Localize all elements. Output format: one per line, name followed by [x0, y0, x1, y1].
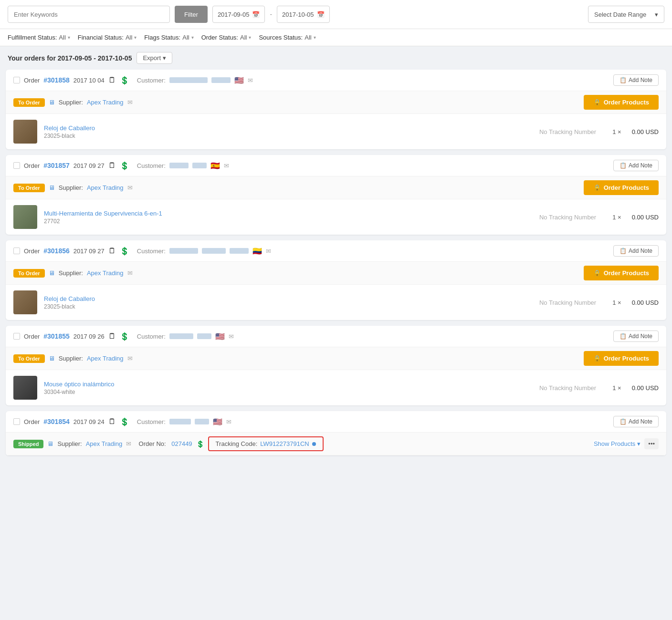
order-checkbox[interactable] — [13, 418, 20, 425]
monitor-icon[interactable]: 🖥 — [49, 99, 55, 106]
supplier-mail-icon: ✉ — [127, 99, 133, 106]
lock-icon: 🔒 — [593, 269, 601, 277]
date-range-label: Select Date Range — [594, 11, 646, 18]
chevron-down-icon: ▾ — [68, 35, 70, 40]
order-products-label: Order Products — [604, 355, 649, 362]
date-range-dropdown[interactable]: Select Date Range ▾ — [588, 6, 664, 23]
product-name[interactable]: Multi-Herramienta de Supervivencia 6-en-… — [44, 210, 533, 217]
financial-label: Financial Status: — [78, 34, 124, 41]
note-icon-small: 📋 — [620, 248, 627, 254]
supplier-label-text: Supplier: — [57, 440, 82, 447]
product-row: Reloj de Caballero 23025-black No Tracki… — [6, 285, 666, 320]
monitor-icon[interactable]: 🖥 — [49, 184, 55, 191]
product-name[interactable]: Reloj de Caballero — [44, 295, 533, 302]
date-start-input[interactable]: 2017-09-05 📅 — [212, 6, 265, 23]
supplier-label-text: Supplier: — [59, 99, 83, 106]
order-card-order-301857: Order #301857 2017 09 27 🗒 💲 Customer: 🇪… — [6, 155, 666, 235]
order-products-button[interactable]: 🔒 Order Products — [584, 95, 659, 110]
tracking-status-dot — [312, 442, 316, 446]
add-note-button[interactable]: 📋 Add Note — [613, 245, 659, 257]
customer-blur — [230, 248, 249, 254]
product-row: Mouse óptico inalámbrico 30304-white No … — [6, 370, 666, 405]
order-number[interactable]: #301855 — [43, 332, 70, 340]
tracking-status: No Tracking Number — [539, 299, 596, 306]
order-date: 2017 09 26 — [74, 333, 105, 340]
financial-filter[interactable]: Financial Status: All ▾ — [78, 34, 137, 41]
customer-blur — [169, 248, 198, 254]
order-header: Order #301854 2017 09 24 🗒 💲 Customer: 🇺… — [6, 411, 666, 433]
add-note-button[interactable]: 📋 Add Note — [613, 416, 659, 427]
monitor-icon[interactable]: 🖥 — [47, 440, 53, 447]
add-note-button[interactable]: 📋 Add Note — [613, 160, 659, 171]
product-info: Reloj de Caballero 23025-black — [44, 124, 533, 139]
to-order-badge[interactable]: To Order — [13, 354, 45, 363]
show-products-button[interactable]: Show Products ▾ — [594, 440, 640, 447]
supplier-name[interactable]: Apex Trading — [87, 99, 124, 106]
supplier-mail-icon: ✉ — [127, 355, 133, 362]
to-order-badge[interactable]: To Order — [13, 269, 45, 278]
order-header: Order #301856 2017 09 27 🗒 💲 Customer: 🇨… — [6, 240, 666, 262]
search-input[interactable] — [8, 6, 170, 23]
add-note-button[interactable]: 📋 Add Note — [613, 331, 659, 342]
order-checkbox[interactable] — [13, 248, 20, 254]
flags-filter[interactable]: Flags Status: All ▾ — [144, 34, 193, 41]
date-end-input[interactable]: 2017-10-05 📅 — [277, 6, 330, 23]
order-number[interactable]: #301854 — [43, 418, 70, 425]
supplier-name[interactable]: Apex Trading — [87, 184, 124, 191]
supplier-name[interactable]: Apex Trading — [87, 355, 124, 362]
order-number[interactable]: #301856 — [43, 247, 70, 255]
sources-filter[interactable]: Sources Status: All ▾ — [259, 34, 315, 41]
dollar-icon: 💲 — [120, 417, 129, 426]
order-checkbox[interactable] — [13, 77, 20, 83]
orders-header-text: Your orders for 2017-09-05 - 2017-10-05 — [8, 54, 132, 62]
order-label: Order — [24, 77, 40, 84]
monitor-icon[interactable]: 🖥 — [49, 355, 55, 362]
customer-label: Customer: — [137, 77, 166, 84]
product-quantity: 1 × — [612, 128, 621, 135]
supplier-mail-icon: ✉ — [126, 440, 131, 447]
financial-value: All — [126, 34, 132, 41]
filter-button[interactable]: Filter — [175, 6, 208, 23]
product-thumbnail — [13, 376, 37, 400]
order-date: 2017 09 27 — [74, 162, 105, 169]
customer-blur — [169, 163, 189, 168]
to-order-badge[interactable]: To Order — [13, 184, 45, 192]
order-status-filter[interactable]: Order Status: All ▾ — [201, 34, 252, 41]
add-note-label: Add Note — [629, 248, 652, 254]
flag-icon: 🇺🇸 — [213, 417, 222, 426]
order-checkbox[interactable] — [13, 333, 20, 340]
order-products-button[interactable]: 🔒 Order Products — [584, 351, 659, 366]
order-checkbox[interactable] — [13, 162, 20, 169]
fulfillment-filter[interactable]: Fulfillment Status: All ▾ — [8, 34, 70, 41]
lock-icon: 🔒 — [593, 184, 601, 191]
more-options-button[interactable]: ••• — [644, 438, 659, 449]
order-number[interactable]: #301857 — [43, 162, 70, 169]
order-number[interactable]: #301858 — [43, 76, 70, 84]
monitor-icon[interactable]: 🖥 — [49, 269, 55, 277]
customer-blur — [197, 333, 211, 339]
product-info: Mouse óptico inalámbrico 30304-white — [44, 381, 533, 395]
customer-blur — [169, 77, 208, 83]
add-note-button[interactable]: 📋 Add Note — [613, 74, 659, 86]
export-button[interactable]: Export ▾ — [136, 52, 172, 64]
supplier-row: To Order 🖥 Supplier: Apex Trading ✉ 🔒 Or… — [6, 262, 666, 285]
order-card-order-301854: Order #301854 2017 09 24 🗒 💲 Customer: 🇺… — [6, 411, 666, 455]
product-name[interactable]: Mouse óptico inalámbrico — [44, 381, 533, 388]
shipped-badge[interactable]: Shipped — [13, 440, 43, 448]
supplier-name[interactable]: Apex Trading — [87, 269, 124, 277]
order-products-button[interactable]: 🔒 Order Products — [584, 180, 659, 195]
mail-icon: ✉ — [248, 77, 253, 84]
note-icon: 🗒 — [108, 161, 116, 170]
order-products-button[interactable]: 🔒 Order Products — [584, 266, 659, 280]
product-thumbnail — [13, 290, 37, 314]
tracking-code[interactable]: LW912273791CN — [260, 440, 309, 447]
customer-blur — [192, 163, 207, 168]
flag-icon: 🇺🇸 — [234, 76, 244, 85]
supplier-name[interactable]: Apex Trading — [86, 440, 123, 447]
order-products-label: Order Products — [604, 269, 649, 277]
dollar-icon: 💲 — [120, 76, 129, 85]
to-order-badge[interactable]: To Order — [13, 98, 45, 107]
product-name[interactable]: Reloj de Caballero — [44, 124, 533, 132]
product-quantity: 1 × — [612, 299, 621, 306]
product-info: Multi-Herramienta de Supervivencia 6-en-… — [44, 210, 533, 225]
